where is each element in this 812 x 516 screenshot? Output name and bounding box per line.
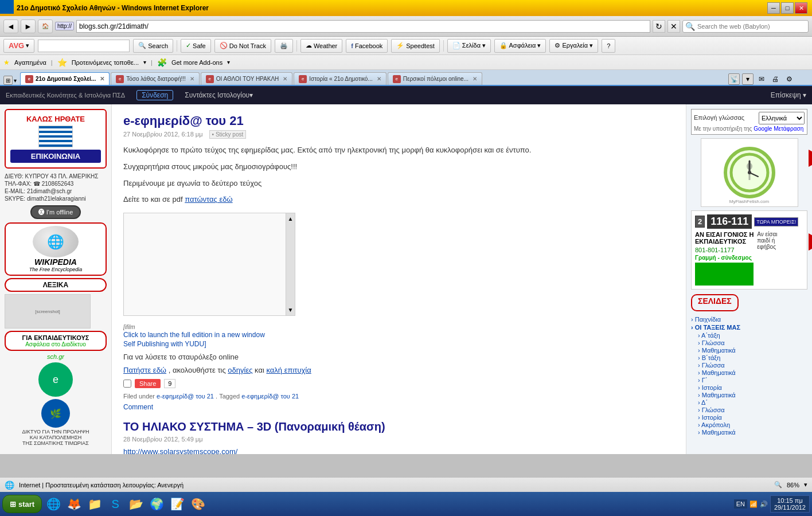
lexika-button[interactable]: ΛΕΞΙΚΑ <box>5 278 107 292</box>
taskbar-skype-icon[interactable]: S <box>106 495 124 513</box>
share-checkbox[interactable] <box>123 380 131 388</box>
lang-select[interactable]: Ελληνικά <box>759 112 805 124</box>
pdf-here-link[interactable]: πατώντας εδώ <box>185 195 232 204</box>
hotline-left: ΑΝ ΕΙΣΑΙ ΓΟΝΙΟΣ Η ΕΚΠΑΙΔΕΥΤΙΚΟΣ 801-801-… <box>695 231 754 286</box>
taskbar-ie-icon[interactable]: 🌐 <box>44 495 63 513</box>
instructions-link[interactable]: οδηγίες <box>228 366 252 374</box>
avg-button[interactable]: AVG ▾ <box>3 39 34 53</box>
suggested-label[interactable]: Προτεινόμενες τοποθε... <box>72 59 139 66</box>
contact-box[interactable]: ΕΠΙΚΟΙΝΩΝΙΑ <box>10 150 101 163</box>
menu-item-5[interactable]: › Β΄τάξη <box>698 354 807 361</box>
taskbar-word-icon[interactable]: 📝 <box>168 495 186 513</box>
article2-meta: 28 Νοεμβρίου 2012, 5:49 μμ <box>123 436 674 443</box>
zoom-dropdown[interactable]: ▾ <box>804 481 807 488</box>
addons-label[interactable]: Get more Add-ons <box>171 59 222 66</box>
menu-item-1[interactable]: › ΟΙ ΤΑΞΕΙΣ ΜΑΣ <box>691 324 807 331</box>
address-bar: ◄ ► 🏠 http:// ↻ ✕ 🔍 <box>0 16 812 37</box>
comment-link[interactable]: Comment <box>123 403 153 411</box>
edu-box[interactable]: ΓΙΑ ΕΚΠΑΙΔΕΥΤΙΚΟΥΣ Ασφάλεια στο Διαδίκτυ… <box>5 331 107 351</box>
wikipedia-box[interactable]: 🌐 WIKIPEDIA The Free Encyclopedia <box>5 222 107 276</box>
tab-1-close[interactable]: ✕ <box>190 76 194 82</box>
print-icon[interactable]: 🖨 <box>770 73 781 85</box>
home-button[interactable]: 🏠 <box>38 19 53 33</box>
menu-item-2[interactable]: › Α΄τάξη <box>698 332 807 339</box>
filed-cat-link[interactable]: e-εφημερίδ@ του 21 <box>157 393 214 400</box>
article2-link[interactable]: http://www.solarsystemscope.com/ <box>123 447 674 454</box>
start-button[interactable]: ⊞ start <box>2 495 42 513</box>
tab-4-close[interactable]: ✕ <box>473 76 477 82</box>
tab-2-close[interactable]: ✕ <box>283 76 287 82</box>
taskbar-folder-icon[interactable]: 📁 <box>85 495 104 513</box>
here-link[interactable]: Πατήστε εδώ <box>123 366 166 374</box>
menu-item-10[interactable]: › Μαθηματικά <box>698 392 807 398</box>
weather-button[interactable]: ☁ Weather <box>300 39 342 53</box>
refresh-button[interactable]: ↻ <box>653 20 665 33</box>
lang-select-title: Επιλογή γλώσσας <box>694 114 744 121</box>
rss-icon[interactable]: 📡 <box>728 73 740 85</box>
scroll-bar[interactable]: ▲ ▼ <box>286 213 295 315</box>
menu-item-0[interactable]: › Παιχνίδια <box>691 316 807 323</box>
login-link[interactable]: Σύνδεση <box>136 90 173 100</box>
taskbar-paint-icon[interactable]: 🎨 <box>189 495 207 513</box>
yudu-link[interactable]: Self Publishing with YUDU] <box>123 340 674 348</box>
launch-full-link[interactable]: Click to launch the full edition in a ne… <box>123 331 265 339</box>
address-input[interactable] <box>76 20 650 33</box>
menu-item-15[interactable]: › Μαθηματικά <box>698 429 807 436</box>
taskbar-browser2-icon[interactable]: 🌍 <box>147 495 166 513</box>
google-link[interactable]: Google Μετάφραση <box>754 126 803 132</box>
tab-4[interactable]: e Περσικοί πόλεμοι online... ✕ <box>388 72 482 85</box>
taskbar-files-icon[interactable]: 📂 <box>127 495 145 513</box>
tools-button[interactable]: ⚙ Εργαλεία ▾ <box>549 39 598 53</box>
menu-item-8[interactable]: › Γ΄ <box>698 377 807 384</box>
tab-list-icon[interactable]: ⊞ <box>3 76 13 85</box>
mail-icon[interactable]: ✉ <box>756 73 767 85</box>
safety-button[interactable]: 🔒 Ασφάλεια ▾ <box>494 39 546 53</box>
visit-link[interactable]: Επίσκεψη ▾ <box>771 91 806 99</box>
speedtest-button[interactable]: ⚡ Speedtest <box>391 39 440 53</box>
speedtest-icon: ⚡ <box>396 42 404 49</box>
suggested-arrow[interactable]: ▾ <box>143 59 146 65</box>
syndaktis-link[interactable]: Συντάκτες Ιστολογίου▾ <box>185 91 253 99</box>
tab-1[interactable]: e Τόσο λάθος διατροφή!!! ✕ <box>111 72 200 85</box>
tab-0[interactable]: e 21ο Δημοτικό Σχολεί... ✕ <box>20 72 110 85</box>
facebook-button[interactable]: f Facebook <box>346 39 388 53</box>
print-button[interactable]: 🖨️ <box>275 39 293 53</box>
search-button[interactable]: 🔍 Search <box>133 39 173 53</box>
avg-search-input[interactable] <box>38 40 130 52</box>
tab-3-close[interactable]: ✕ <box>377 76 381 82</box>
stop-button[interactable]: ✕ <box>667 20 680 33</box>
tab-list-arrow[interactable]: ▾ <box>14 77 17 84</box>
menu-item-12[interactable]: › Γλώσσα <box>698 406 807 413</box>
close-button[interactable]: ✕ <box>795 2 807 14</box>
help-button[interactable]: ? <box>602 39 615 53</box>
tab-3[interactable]: e Ιστορία « 21ο Δημοτικό... ✕ <box>294 72 386 85</box>
menu-item-7[interactable]: › Μαθηματικά <box>698 369 807 376</box>
rss-arrow[interactable]: ▾ <box>742 73 754 85</box>
menu-item-11[interactable]: › Δ΄ <box>698 399 807 406</box>
safe-button[interactable]: ✓ Safe <box>181 39 211 53</box>
menu-item-13[interactable]: › Ιστορία <box>698 414 807 421</box>
share-button[interactable]: Share <box>135 379 161 388</box>
success-link[interactable]: καλή επιτυχία <box>266 366 311 374</box>
tagged-link[interactable]: e-εφημερίδ@ του 21 <box>241 393 299 400</box>
taskbar-firefox-icon[interactable]: 🦊 <box>65 495 83 513</box>
menu-item-4[interactable]: › Μαθηματικά <box>698 347 807 354</box>
menu-item-3[interactable]: › Γλώσσα <box>698 339 807 346</box>
search-input[interactable] <box>697 23 808 30</box>
tab-0-close[interactable]: ✕ <box>100 76 104 82</box>
forward-button[interactable]: ► <box>21 19 36 33</box>
page-button[interactable]: 📄 Σελίδα ▾ <box>447 39 491 53</box>
sch-link[interactable]: sch.gr <box>5 353 107 360</box>
menu-item-14[interactable]: › Ακρόπολη <box>698 421 807 428</box>
addons-arrow[interactable]: ▾ <box>227 59 230 65</box>
menu-item-9[interactable]: › Ιστορία <box>698 384 807 391</box>
maximize-button[interactable]: □ <box>781 2 794 14</box>
tab-2[interactable]: e ΟΙ ΑΘΛΟΙ ΤΟΥ ΗΡΑΚΛΗ ✕ <box>201 72 293 85</box>
back-button[interactable]: ◄ <box>3 19 18 33</box>
dnt-button[interactable]: 🚫 Do Not Track <box>214 39 271 53</box>
menu-item-6[interactable]: › Γλώσσα <box>698 362 807 369</box>
favorites-label[interactable]: Αγαπημένα <box>14 59 46 66</box>
minimize-button[interactable]: ─ <box>767 2 780 14</box>
offline-button[interactable]: 🅧 I'm offline <box>30 205 81 219</box>
settings-icon[interactable]: ⚙ <box>783 73 795 85</box>
